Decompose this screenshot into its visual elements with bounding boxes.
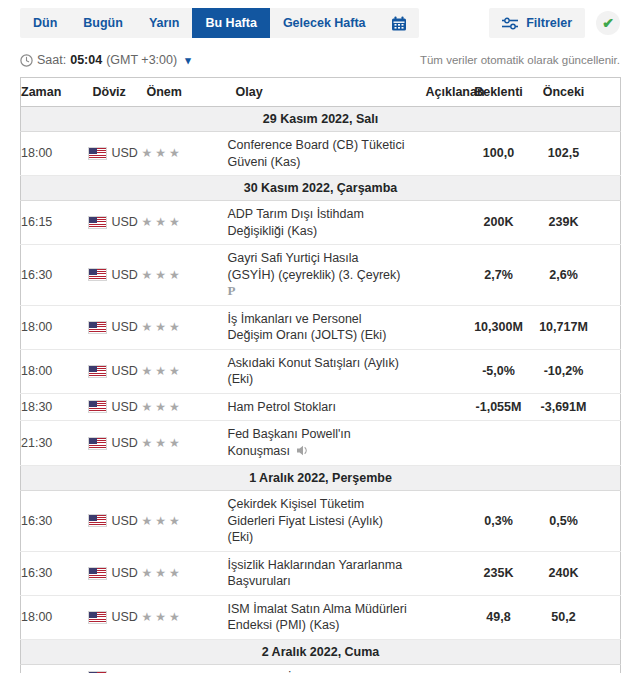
currency: USD <box>85 670 142 673</box>
currency-cell: USD <box>85 393 142 421</box>
calendar-table-body: 29 Kasım 2022, Salı18:00USD★★★Conference… <box>21 107 621 673</box>
currency: USD <box>85 214 142 231</box>
importance-stars: ★★★ <box>142 610 183 624</box>
currency-code: USD <box>112 435 138 452</box>
previous-value-cell: 50,2 <box>527 595 601 639</box>
us-flag-icon <box>89 568 106 579</box>
importance-stars: ★★★ <box>142 566 183 580</box>
event-cell: ISM İmalat Satın Alma Müdürleri Endeksi … <box>228 595 426 639</box>
previous-value-cell: 10,717M <box>527 305 601 349</box>
currency-code: USD <box>112 267 138 284</box>
forecast-value-cell: -5,0% <box>471 349 527 393</box>
actual-value-cell <box>426 491 471 552</box>
event-name-link[interactable]: İş İmkanları ve Personel Değişim Oranı (… <box>228 312 387 343</box>
header-onceki: Önceki <box>527 78 601 107</box>
event-row: 18:00USD★★★ISM İmalat Satın Alma Müdürle… <box>21 595 621 639</box>
date-range-tabs: DünBugünYarınBu HaftaGelecek Hafta <box>20 8 419 38</box>
date-section-row: 29 Kasım 2022, Salı <box>21 107 621 132</box>
header-beklenti: Beklenti <box>471 78 527 107</box>
calendar-toolbar: DünBugünYarınBu HaftaGelecek Hafta <box>20 8 620 38</box>
filters-applied-badge[interactable]: ✔ <box>596 11 620 35</box>
us-flag-icon <box>89 269 106 280</box>
event-row: 18:00USD★★★Conference Board (CB) Tüketic… <box>21 132 621 176</box>
currency-cell: USD <box>85 551 142 595</box>
us-flag-icon <box>89 366 106 377</box>
event-cell: Çekirdek Kişisel Tüketim Giderleri Fiyat… <box>228 491 426 552</box>
event-time-cell: 18:00 <box>21 349 85 393</box>
auto-update-note: Tüm veriler otomatik olarak güncellenir. <box>420 54 620 66</box>
event-name-link[interactable]: Fed Başkanı Powell'ın Konuşması <box>228 427 351 458</box>
currency-code: USD <box>112 214 138 231</box>
importance-cell: ★★★ <box>142 305 228 349</box>
event-name-link[interactable]: ADP Tarım Dışı İstihdam Değişikliği (Kas… <box>228 207 364 238</box>
currency-cell: USD <box>85 664 142 673</box>
importance-cell: ★★★ <box>142 664 228 673</box>
previous-value-cell: 102,5 <box>527 132 601 176</box>
timezone-selector[interactable]: Saat:05:04 (GMT +3:00) ▾ <box>20 53 191 67</box>
event-name-link[interactable]: Conference Board (CB) Tüketici Güveni (K… <box>228 138 405 169</box>
currency: USD <box>85 565 142 582</box>
currency: USD <box>85 145 142 162</box>
tab-dün[interactable]: Dün <box>20 8 70 38</box>
event-row: 18:30USD★★★Ham Petrol Stokları-1,055M-3,… <box>21 393 621 421</box>
event-name-link[interactable]: Ham Petrol Stokları <box>228 400 336 414</box>
us-flag-icon <box>89 438 106 449</box>
tab-bu-hafta[interactable]: Bu Hafta <box>192 8 269 38</box>
forecast-value-cell: 100,0 <box>471 132 527 176</box>
forecast-value-cell: 235K <box>471 551 527 595</box>
forecast-value-cell: 10,300M <box>471 305 527 349</box>
event-name-link[interactable]: Askıdaki Konut Satışları (Aylık) (Eki) <box>228 356 399 387</box>
date-section-row: 1 Aralık 2022, Perşembe <box>21 466 621 491</box>
date-section-row: 30 Kasım 2022, Çarşamba <box>21 176 621 201</box>
event-row: 18:00USD★★★İş İmkanları ve Personel Deği… <box>21 305 621 349</box>
event-name-link[interactable]: ISM İmalat Satın Alma Müdürleri Endeksi … <box>228 602 407 633</box>
us-flag-icon <box>89 612 106 623</box>
tab-gelecek-hafta[interactable]: Gelecek Hafta <box>270 8 379 38</box>
previous-value-cell: -3,691M <box>527 393 601 421</box>
actual-value-cell <box>426 551 471 595</box>
event-name-link[interactable]: Çekirdek Kişisel Tüketim Giderleri Fiyat… <box>228 497 383 544</box>
chevron-down-icon: ▾ <box>185 54 191 67</box>
economic-calendar-page: DünBugünYarınBu HaftaGelecek Hafta <box>0 0 640 673</box>
actual-value-cell <box>426 393 471 421</box>
importance-cell: ★★★ <box>142 595 228 639</box>
importance-stars: ★★★ <box>142 364 183 378</box>
header-aciklanan: Açıklanan <box>426 78 471 107</box>
date-section-label: 29 Kasım 2022, Salı <box>21 107 621 132</box>
calendar-picker-button[interactable] <box>379 8 419 38</box>
forecast-value-cell: 200K <box>471 664 527 673</box>
tab-bugün[interactable]: Bugün <box>70 8 136 38</box>
actual-value-cell <box>426 349 471 393</box>
currency-code: USD <box>112 145 138 162</box>
statusbar: Saat:05:04 (GMT +3:00) ▾ Tüm veriler oto… <box>20 53 620 67</box>
previous-value-cell: 240K <box>527 551 601 595</box>
row-spacer-cell <box>601 491 621 552</box>
importance-cell: ★★★ <box>142 132 228 176</box>
event-name-link[interactable]: İşsizlik Haklarından Yararlanma Başvurul… <box>228 558 403 589</box>
event-name-link[interactable]: Gayri Safi Yurtiçi Hasıla (GSYİH) (çeyre… <box>228 251 401 282</box>
filters-button[interactable]: Filtreler <box>489 8 585 38</box>
previous-value-cell <box>527 421 601 466</box>
currency-cell: USD <box>85 305 142 349</box>
event-cell: Ham Petrol Stokları <box>228 393 426 421</box>
actual-value-cell <box>426 245 471 306</box>
us-flag-icon <box>89 322 106 333</box>
row-spacer-cell <box>601 393 621 421</box>
date-section-label: 30 Kasım 2022, Çarşamba <box>21 176 621 201</box>
event-cell: Askıdaki Konut Satışları (Aylık) (Eki) <box>228 349 426 393</box>
currency-cell: USD <box>85 132 142 176</box>
current-time: 05:04 <box>70 53 102 67</box>
date-section-label: 1 Aralık 2022, Perşembe <box>21 466 621 491</box>
forecast-value-cell: 49,8 <box>471 595 527 639</box>
currency: USD <box>85 363 142 380</box>
currency-code: USD <box>112 513 138 530</box>
event-time-cell: 16:15 <box>21 201 85 245</box>
tab-yarın[interactable]: Yarın <box>136 8 193 38</box>
clock-icon <box>20 54 33 67</box>
importance-cell: ★★★ <box>142 421 228 466</box>
actual-value-cell <box>426 664 471 673</box>
event-row: 16:30USD★★★Gayri Safi Yurtiçi Hasıla (GS… <box>21 245 621 306</box>
event-cell: Conference Board (CB) Tüketici Güveni (K… <box>228 132 426 176</box>
date-section-row: 2 Aralık 2022, Cuma <box>21 639 621 664</box>
currency: USD <box>85 319 142 336</box>
